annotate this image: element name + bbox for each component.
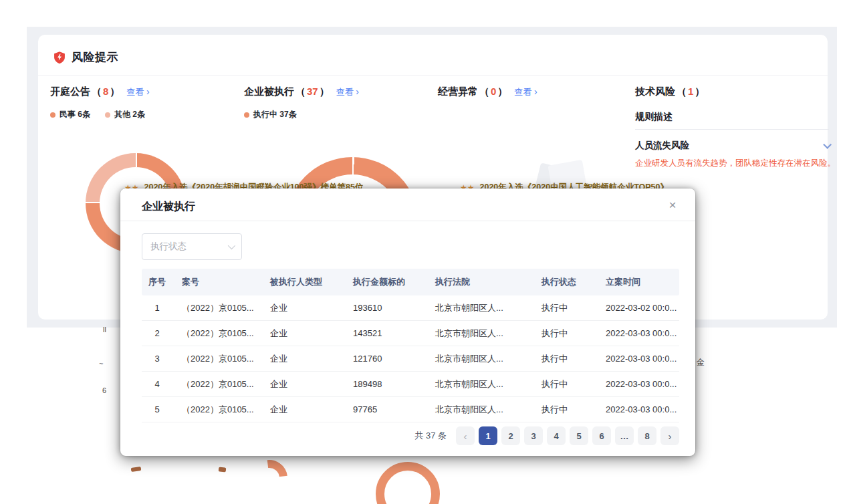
award-strip-clipped: ★★ 2020年入选《2020年胡润中国瞪羚企业100强》榜单第85位 ★★ 2… — [120, 181, 709, 188]
section-tech-risk: 技术风险 （ 1 ） — [635, 86, 705, 98]
legend-enterprise-execution: 执行中 37条 — [244, 109, 297, 120]
chevron-right-icon: › — [534, 86, 537, 97]
section-title: 经营异常 — [438, 86, 478, 98]
section-operation-abnormal: 经营异常 （ 0 ） 查看 › — [438, 86, 537, 98]
pagination-page-button[interactable]: 3 — [524, 426, 543, 445]
modal-header-divider — [120, 221, 695, 221]
section-enterprise-execution: 企业被执行 （ 37 ） 查看 › — [244, 86, 359, 98]
pagination-page-button[interactable]: 5 — [570, 426, 588, 445]
occluded-text-fragment: 金 — [697, 357, 705, 368]
occluded-arc-fragment — [131, 467, 142, 472]
star-icon: ★★ — [460, 183, 475, 189]
occluded-arc-fragment — [219, 467, 227, 472]
execution-table: 序号 案号 被执行人类型 执行金额标的 执行法院 执行状态 立案时间 1 （20… — [142, 269, 679, 422]
table-row: 3 （2022）京0105... 企业 121760 北京市朝阳区人... 执行… — [142, 346, 679, 372]
close-icon[interactable]: × — [664, 197, 681, 213]
card-title: 风险提示 — [72, 49, 118, 65]
section-court-announcement: 开庭公告 （ 8 ） 查看 › — [50, 86, 150, 98]
tech-risk-collapse-row[interactable]: 人员流失风险 — [635, 140, 829, 152]
occluded-donut-arc — [244, 456, 295, 503]
section-title: 企业被执行 — [244, 86, 294, 98]
legend-dot — [50, 112, 55, 118]
pagination: 共 37 条 ‹ 1 2 3 4 5 6 … 8 › — [142, 426, 679, 445]
pagination-page-button[interactable]: 4 — [547, 426, 566, 445]
chevron-right-icon: › — [146, 86, 150, 97]
section-count: 1 — [688, 86, 693, 97]
section-count: 8 — [103, 86, 108, 97]
award-text: 2020年入选《2020年胡润中国瞪羚企业100强》榜单第85位 — [144, 182, 364, 188]
table-row: 2 （2022）京0105... 企业 143521 北京市朝阳区人... 执行… — [142, 321, 679, 346]
risk-dashboard-screen: 风险提示 开庭公告 （ 8 ） 查看 › 企业被执行 （ 37 ） 查看 › — [0, 0, 847, 504]
modal-title: 企业被执行 — [142, 200, 195, 214]
table-row: 5 （2022）京0105... 企业 97765 北京市朝阳区人... 执行中… — [142, 397, 679, 422]
pagination-page-button[interactable]: 6 — [592, 426, 611, 445]
occluded-text-fragment: 6 — [102, 386, 106, 394]
tech-risk-name: 人员流失风险 — [635, 140, 689, 152]
legend-court-announcement: 民事 6条 其他 2条 — [50, 109, 145, 120]
section-title: 开庭公告 — [50, 86, 90, 98]
section-title: 技术风险 — [635, 86, 675, 98]
table-header-row: 序号 案号 被执行人类型 执行金额标的 执行法院 执行状态 立案时间 — [142, 269, 679, 295]
view-link-enterprise-execution[interactable]: 查看 › — [336, 86, 359, 98]
section-count: 37 — [307, 86, 318, 97]
view-link-operation-abnormal[interactable]: 查看 › — [514, 86, 537, 98]
chevron-right-icon: › — [356, 86, 359, 97]
pagination-next-button[interactable]: › — [660, 426, 679, 445]
star-icon: ★★ — [124, 183, 139, 189]
table-row: 4 （2022）京0105... 企业 189498 北京市朝阳区人... 执行… — [142, 372, 679, 397]
select-placeholder: 执行状态 — [150, 241, 187, 253]
occluded-text-fragment: ll — [103, 326, 106, 334]
pagination-page-button[interactable]: 1 — [479, 426, 497, 445]
pagination-page-button[interactable]: 8 — [638, 426, 656, 445]
table-row: 1 （2022）京0105... 企业 193610 北京市朝阳区人... 执行… — [142, 295, 679, 321]
card-header-divider — [38, 75, 828, 76]
legend-dot — [244, 112, 249, 118]
view-link-court-announcement[interactable]: 查看 › — [126, 86, 149, 98]
execution-status-select[interactable]: 执行状态 — [142, 233, 242, 260]
section-count: 0 — [491, 86, 496, 97]
pagination-total: 共 37 条 — [414, 430, 447, 442]
award-text: 2020年入选《2020中国人工智能领航企业TOP50》 — [480, 182, 669, 188]
chevron-down-icon — [228, 242, 235, 249]
rule-divider — [635, 129, 829, 130]
tech-risk-description: 企业研发人员有流失趋势，团队稳定性存在潜在风险。 — [635, 158, 847, 169]
risk-card-header: 风险提示 — [53, 49, 118, 65]
occluded-donut-ring — [376, 462, 440, 504]
pagination-page-button[interactable]: 2 — [501, 426, 520, 445]
occluded-text-fragment: ~ — [99, 360, 103, 368]
pagination-ellipsis-button[interactable]: … — [615, 426, 634, 445]
shield-lightning-icon — [53, 51, 66, 64]
tab-rule-description[interactable]: 规则描述 — [635, 111, 673, 123]
pagination-prev-button[interactable]: ‹ — [456, 426, 475, 445]
bottom-occluded-charts — [0, 456, 847, 504]
legend-dot — [105, 112, 110, 118]
enterprise-execution-modal: 企业被执行 × 执行状态 序号 案号 被执行人类型 执行金额标的 执行法院 执行… — [120, 188, 695, 456]
